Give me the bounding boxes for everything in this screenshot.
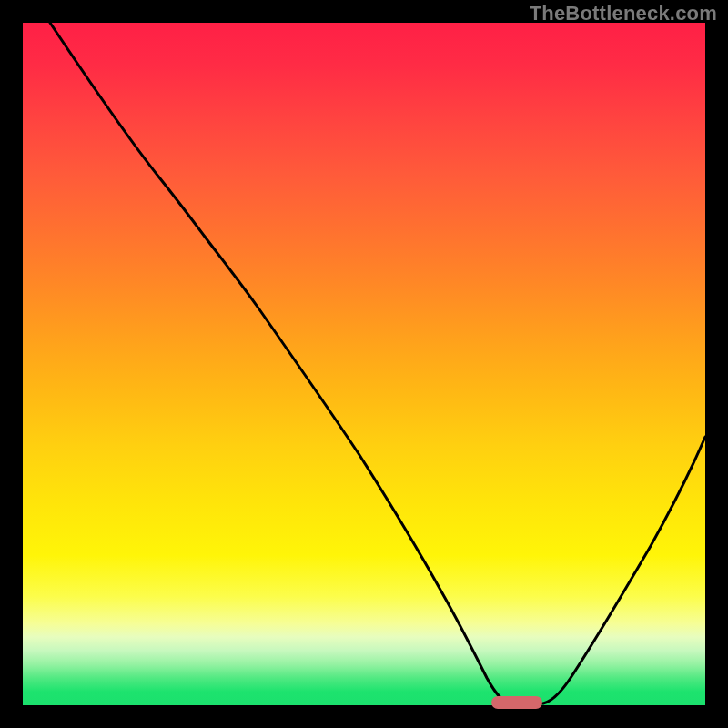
chart-frame: TheBottleneck.com (0, 0, 728, 728)
chart-overlay-svg (23, 23, 705, 705)
bottleneck-curve (50, 23, 705, 703)
plot-area (23, 23, 705, 705)
optimal-range-marker (491, 696, 542, 709)
